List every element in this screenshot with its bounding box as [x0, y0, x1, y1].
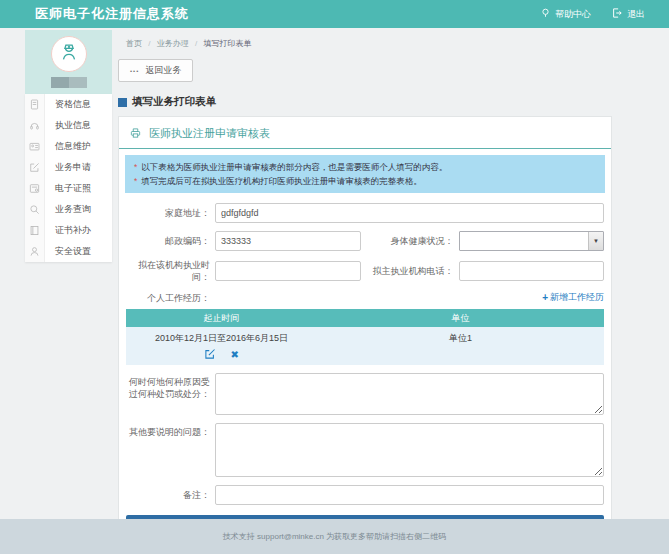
delete-icon[interactable]: ✖	[230, 350, 238, 360]
sidebar-item-info-maintenance[interactable]: 信息维护	[25, 136, 112, 157]
breadcrumb: 首页 / 业务办理 / 填写打印表单	[118, 30, 612, 53]
home-address-label: 家庭地址：	[126, 207, 210, 219]
postal-code-label: 邮政编码：	[126, 235, 210, 247]
sidebar-item-practice-info[interactable]: 执业信息	[25, 115, 112, 136]
sidebar: 资格信息 执业信息 信息维护 业务申请 电子证照	[25, 30, 112, 546]
book-icon	[25, 220, 45, 241]
remarks-field[interactable]	[215, 485, 604, 505]
postal-code-field[interactable]	[215, 231, 361, 251]
remarks-label: 备注：	[126, 489, 210, 501]
sidebar-item-label: 信息维护	[45, 136, 112, 157]
work-experience-table: 起止时间 单位 2010年12月1日至2016年6月15日	[126, 309, 604, 365]
unit-cell: 单位1	[317, 327, 604, 365]
breadcrumb-separator: /	[148, 39, 150, 48]
sidebar-item-business-query[interactable]: 业务查询	[25, 199, 112, 220]
health-status-label: 身体健康状况：	[366, 235, 454, 247]
practice-time-field[interactable]	[215, 261, 361, 281]
breadcrumb-home[interactable]: 首页	[126, 39, 142, 48]
top-bar: 医师电子化注册信息系统 帮助中心 退出	[0, 0, 669, 28]
punishment-label: 何时何地何种原因受过何种处罚或处分：	[126, 373, 210, 400]
ellipsis-icon: •••	[130, 68, 139, 74]
sidebar-item-e-certificate[interactable]: 电子证照	[25, 178, 112, 199]
logout-label: 退出	[627, 8, 645, 21]
other-notes-label: 其他要说明的问题：	[126, 423, 210, 438]
notice-text: 以下表格为医师执业注册申请审核表的部分内容，也是需要医师个人填写的内容。	[141, 162, 447, 172]
sidebar-item-label: 资格信息	[45, 94, 112, 115]
square-bullet-icon	[118, 98, 127, 107]
sidebar-item-certificate-reissue[interactable]: 证书补办	[25, 220, 112, 241]
work-experience-header: 个人工作经历： + 新增工作经历	[126, 291, 604, 304]
notice-text: 填写完成后可在拟执业医疗机构打印医师执业注册申请审核表的完整表格。	[141, 176, 422, 186]
org-phone-field[interactable]	[459, 261, 605, 281]
practice-time-label: 拟在该机构执业时间：	[126, 259, 210, 283]
printer-icon	[129, 127, 142, 141]
punishment-field[interactable]	[215, 373, 604, 415]
certificate-icon	[25, 178, 45, 199]
user-name-placeholder	[51, 77, 87, 88]
column-period: 起止时间	[126, 309, 317, 327]
sidebar-menu: 资格信息 执业信息 信息维护 业务申请 电子证照	[25, 94, 112, 262]
breadcrumb-business[interactable]: 业务办理	[157, 39, 189, 48]
help-center-link[interactable]: 帮助中心	[540, 7, 591, 21]
search-icon	[25, 199, 45, 220]
health-status-value	[460, 232, 589, 250]
column-unit: 单位	[317, 309, 604, 327]
edit-form-icon	[25, 157, 45, 178]
back-button-label: 返回业务	[145, 64, 181, 77]
sidebar-item-security-settings[interactable]: 安全设置	[25, 241, 112, 262]
page-title-text: 填写业务打印表单	[132, 95, 216, 109]
main-content: 首页 / 业务办理 / 填写打印表单 ••• 返回业务 填写业务打印表单	[118, 30, 612, 546]
edit-icon[interactable]	[204, 348, 216, 362]
lightbulb-icon	[540, 7, 551, 21]
work-experience-label: 个人工作经历：	[126, 292, 210, 304]
breadcrumb-separator: /	[195, 39, 197, 48]
plus-icon: +	[542, 292, 548, 303]
notice-box: *以下表格为医师执业注册申请审核表的部分内容，也是需要医师个人填写的内容。 *填…	[125, 155, 605, 193]
period-cell: 2010年12月1日至2016年6月15日 ✖	[126, 327, 317, 365]
user-profile-box	[25, 30, 112, 94]
asterisk-icon: *	[134, 162, 137, 172]
panel-title: 医师执业注册申请审核表	[149, 126, 270, 141]
breadcrumb-current: 填写打印表单	[203, 39, 251, 48]
add-work-experience-label: 新增工作经历	[550, 291, 604, 304]
health-status-select[interactable]: ▼	[459, 231, 605, 251]
sidebar-item-label: 安全设置	[45, 241, 112, 262]
chevron-down-icon[interactable]: ▼	[588, 232, 603, 250]
help-center-label: 帮助中心	[555, 8, 591, 21]
period-text: 2010年12月1日至2016年6月15日	[128, 332, 315, 345]
sidebar-item-label: 证书补办	[45, 220, 112, 241]
content-layout: 资格信息 执业信息 信息维护 业务申请 电子证照	[0, 28, 669, 546]
logout-icon	[611, 7, 623, 21]
table-header-row: 起止时间 单位	[126, 309, 604, 327]
page-title: 填写业务打印表单	[118, 95, 612, 109]
home-address-field[interactable]	[215, 203, 604, 223]
logout-link[interactable]: 退出	[611, 7, 645, 21]
doctor-icon	[58, 41, 80, 67]
sidebar-item-label: 执业信息	[45, 115, 112, 136]
notice-line: *以下表格为医师执业注册申请审核表的部分内容，也是需要医师个人填写的内容。	[134, 160, 596, 174]
application-form: 家庭地址： 邮政编码： 身体健康状况： ▼ 拟在该机构执业时间： 拟主执业机构电…	[119, 203, 611, 537]
user-icon	[25, 241, 45, 262]
sidebar-item-label: 业务查询	[45, 199, 112, 220]
back-to-business-button[interactable]: ••• 返回业务	[118, 59, 193, 82]
sidebar-item-label: 业务申请	[45, 157, 112, 178]
table-row: 2010年12月1日至2016年6月15日 ✖ 单位1	[126, 327, 604, 365]
avatar	[51, 36, 87, 72]
footer-text: 技术支持 support@minke.cn 为获取更多帮助请扫描右侧二维码	[223, 531, 446, 542]
app-window: 医师电子化注册信息系统 帮助中心 退出	[0, 0, 669, 554]
notice-line: *填写完成后可在拟执业医疗机构打印医师执业注册申请审核表的完整表格。	[134, 174, 596, 188]
other-notes-field[interactable]	[215, 423, 604, 477]
sidebar-item-label: 电子证照	[45, 178, 112, 199]
sidebar-item-qualification-info[interactable]: 资格信息	[25, 94, 112, 115]
org-phone-label: 拟主执业机构电话：	[366, 265, 454, 277]
id-card-icon	[25, 136, 45, 157]
document-icon	[25, 94, 45, 115]
asterisk-icon: *	[134, 176, 137, 186]
topbar-actions: 帮助中心 退出	[540, 7, 645, 21]
headset-icon	[25, 115, 45, 136]
sidebar-item-business-application[interactable]: 业务申请	[25, 157, 112, 178]
page-footer: 技术支持 support@minke.cn 为获取更多帮助请扫描右侧二维码	[0, 519, 669, 554]
work-experience-section: 个人工作经历： + 新增工作经历 起止时间 单位	[126, 291, 604, 365]
panel-header: 医师执业注册申请审核表	[119, 117, 611, 149]
add-work-experience-link[interactable]: + 新增工作经历	[542, 291, 604, 304]
